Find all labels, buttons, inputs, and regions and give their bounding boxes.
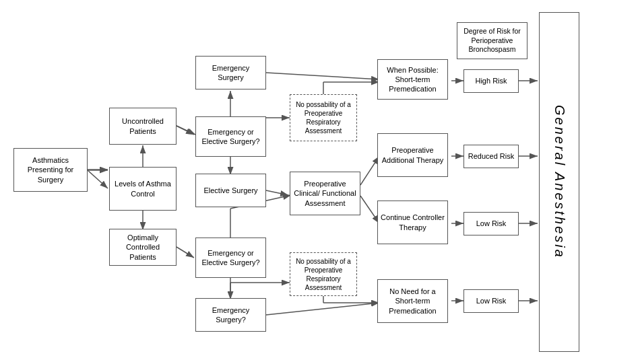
svg-line-18 xyxy=(360,196,379,223)
no-assess-1-box: No possability of a Preoperative Respira… xyxy=(290,94,357,141)
emergency-elective-q1-box: Emergency or Elective Surgery? xyxy=(195,116,266,157)
degree-risk-box: Degree of Risk for Perioperative Broncho… xyxy=(457,22,527,59)
svg-line-23 xyxy=(266,303,379,315)
general-anesthesia-box: General Anesthesia xyxy=(539,12,579,352)
svg-line-33 xyxy=(177,126,195,135)
reduced-risk-box: Reduced Risk xyxy=(463,145,519,168)
flowchart-diagram: Asthmatics Presenting for Surgery Levels… xyxy=(0,0,640,364)
uncontrolled-box: Uncontrolled Patients xyxy=(109,108,177,145)
svg-line-17 xyxy=(360,156,379,185)
svg-line-1 xyxy=(88,170,108,188)
preop-additional-box: Preoperative Additional Therapy xyxy=(377,133,448,177)
svg-line-12 xyxy=(266,73,379,79)
no-assess-2-box: No possability of a Preoperative Respira… xyxy=(290,252,357,296)
svg-line-5 xyxy=(177,126,194,135)
preop-clinical-box: Preoperative Clinical/ Functional Assess… xyxy=(290,172,360,215)
when-possible-box: When Possible: Short-term Premedication xyxy=(377,59,448,100)
svg-line-6 xyxy=(177,247,194,258)
asthmatics-box: Asthmatics Presenting for Surgery xyxy=(13,148,88,192)
low-risk-1-box: Low Risk xyxy=(463,212,519,235)
optimally-box: Optimally Controlled Patients xyxy=(109,229,177,266)
no-need-box: No Need for a Short-term Premedication xyxy=(377,279,448,323)
continue-controller-box: Continue Controller Therapy xyxy=(377,201,448,244)
levels-asthma-box: Levels of Asthma Control xyxy=(109,167,177,211)
emergency-elective-q2-box: Emergency or Elective Surgery? xyxy=(195,238,266,278)
low-risk-2-box: Low Risk xyxy=(463,289,519,313)
high-risk-box: High Risk xyxy=(463,69,519,93)
emergency-surgery-box: Emergency Surgery xyxy=(195,56,266,89)
elective-surgery-box: Elective Surgery xyxy=(195,174,266,207)
emergency-surgery-q2-box: Emergency Surgery? xyxy=(195,298,266,332)
svg-line-14 xyxy=(266,190,288,195)
